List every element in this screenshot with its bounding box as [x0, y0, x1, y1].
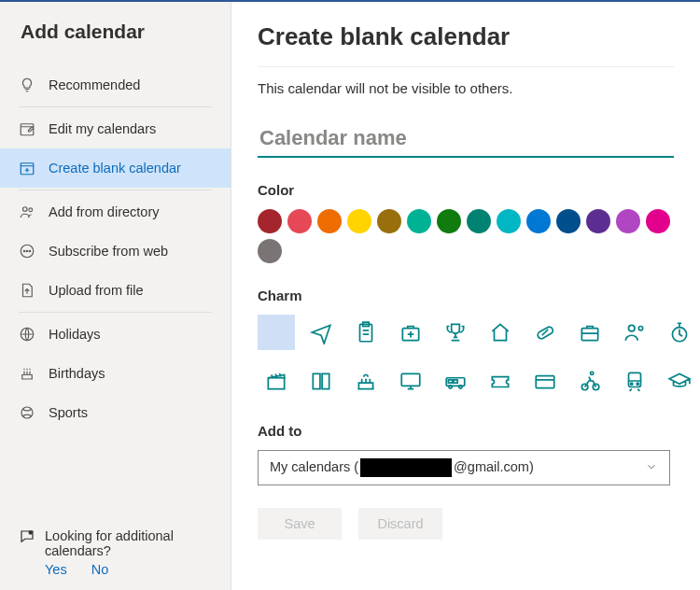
- sidebar-item-label: Add from directory: [49, 204, 159, 219]
- charm-clapper[interactable]: [258, 363, 295, 399]
- charm-plane[interactable]: [302, 315, 340, 350]
- svg-point-30: [631, 383, 633, 385]
- color-swatch[interactable]: [407, 209, 431, 233]
- color-swatch[interactable]: [287, 209, 312, 233]
- charm-none[interactable]: [258, 315, 295, 350]
- svg-point-10: [29, 530, 34, 535]
- color-swatch[interactable]: [347, 209, 371, 233]
- color-swatches: [258, 209, 674, 263]
- svg-point-6: [26, 250, 28, 252]
- sidebar-item-sports[interactable]: Sports: [0, 393, 231, 432]
- save-button[interactable]: Save: [258, 508, 342, 540]
- svg-rect-15: [581, 329, 597, 341]
- charm-monitor[interactable]: [392, 363, 429, 399]
- calendar-name-input[interactable]: [258, 122, 674, 158]
- sidebar-item-edit-calendars[interactable]: Edit my calendars: [0, 109, 231, 148]
- charm-people[interactable]: [616, 315, 653, 350]
- color-swatch[interactable]: [586, 209, 610, 233]
- charm-trophy[interactable]: [437, 315, 474, 350]
- firstaid-icon: [399, 320, 423, 344]
- clapper-icon: [264, 369, 288, 393]
- color-swatch[interactable]: [526, 209, 551, 233]
- charm-cyclist[interactable]: [571, 363, 609, 399]
- svg-point-25: [459, 386, 462, 388]
- charm-stopwatch[interactable]: [661, 315, 698, 350]
- svg-point-5: [23, 250, 25, 252]
- svg-rect-22: [448, 380, 452, 383]
- trophy-icon: [443, 320, 468, 344]
- page-title: Create blank calendar: [258, 22, 674, 51]
- svg-point-16: [629, 325, 636, 331]
- sidebar-item-holidays[interactable]: Holidays: [0, 315, 231, 354]
- redacted-email: [360, 458, 452, 477]
- monitor-icon: [399, 369, 423, 393]
- sidebar-item-create-blank[interactable]: Create blank calendar: [0, 148, 231, 188]
- sidebar-item-label: Recommended: [49, 77, 140, 92]
- sidebar-item-recommended[interactable]: Recommended: [0, 65, 231, 105]
- addto-value: My calendars (@gmail.com): [270, 458, 534, 477]
- stopwatch-icon: [667, 320, 692, 344]
- charm-grid: [258, 315, 674, 399]
- color-swatch[interactable]: [317, 209, 342, 233]
- color-swatch[interactable]: [467, 209, 491, 233]
- ellipsis-circle-icon: [19, 243, 35, 260]
- charm-card[interactable]: [526, 363, 564, 399]
- separator: [258, 66, 674, 67]
- sidebar-item-label: Edit my calendars: [49, 121, 156, 136]
- charm-home[interactable]: [482, 315, 519, 350]
- charm-firstaid[interactable]: [392, 315, 429, 350]
- charm-cake[interactable]: [347, 363, 385, 399]
- svg-point-7: [29, 250, 31, 252]
- separator: [19, 106, 212, 107]
- clipboard-icon: [354, 320, 378, 344]
- svg-point-17: [638, 327, 642, 330]
- sidebar-item-add-directory[interactable]: Add from directory: [0, 192, 231, 232]
- color-swatch[interactable]: [497, 209, 521, 233]
- charm-clipboard[interactable]: [347, 315, 385, 350]
- sidebar-item-birthdays[interactable]: Birthdays: [0, 354, 231, 393]
- color-swatch[interactable]: [258, 209, 282, 233]
- discard-button[interactable]: Discard: [358, 508, 442, 540]
- sidebar-item-label: Subscribe from web: [49, 244, 168, 259]
- feedback-no[interactable]: No: [91, 562, 109, 577]
- color-swatch[interactable]: [437, 209, 461, 233]
- color-swatch[interactable]: [646, 209, 670, 233]
- main-panel: Create blank calendar This calendar will…: [231, 2, 700, 590]
- edit-calendar-icon: [19, 120, 35, 137]
- cake-icon: [19, 365, 35, 382]
- color-swatch[interactable]: [556, 209, 581, 233]
- charm-train[interactable]: [616, 363, 653, 399]
- svg-point-31: [637, 383, 638, 385]
- separator: [19, 190, 212, 190]
- pill-icon: [533, 320, 557, 344]
- svg-point-2: [23, 207, 28, 212]
- color-swatch[interactable]: [258, 239, 282, 263]
- sidebar-item-subscribe-web[interactable]: Subscribe from web: [0, 232, 231, 271]
- globe-icon: [19, 326, 35, 343]
- charm-bus[interactable]: [437, 363, 474, 399]
- sports-icon: [19, 404, 35, 421]
- addto-label: Add to: [258, 423, 674, 439]
- color-swatch[interactable]: [616, 209, 640, 233]
- people-icon: [19, 204, 35, 220]
- card-icon: [533, 369, 557, 393]
- ticket-icon: [488, 369, 512, 393]
- sidebar-item-label: Sports: [49, 405, 88, 420]
- svg-rect-19: [268, 378, 284, 389]
- charm-briefcase[interactable]: [571, 315, 609, 350]
- cake-icon: [354, 369, 378, 393]
- charm-book[interactable]: [302, 363, 340, 399]
- color-swatch[interactable]: [377, 209, 401, 233]
- charm-gradcap[interactable]: [661, 363, 698, 399]
- svg-point-3: [29, 208, 33, 212]
- feedback-yes[interactable]: Yes: [45, 562, 67, 577]
- page-description: This calendar will not be visible to oth…: [258, 80, 674, 96]
- feedback-question: Looking for additional calendars?: [45, 528, 212, 558]
- charm-pill[interactable]: [526, 315, 564, 350]
- sidebar-item-upload-file[interactable]: Upload from file: [0, 271, 231, 310]
- charm-ticket[interactable]: [482, 363, 519, 399]
- gradcap-icon: [667, 369, 692, 393]
- sidebar: Add calendar Recommended Edit my calenda…: [0, 2, 231, 590]
- sidebar-item-label: Upload from file: [49, 283, 144, 298]
- addto-select[interactable]: My calendars (@gmail.com): [258, 450, 670, 485]
